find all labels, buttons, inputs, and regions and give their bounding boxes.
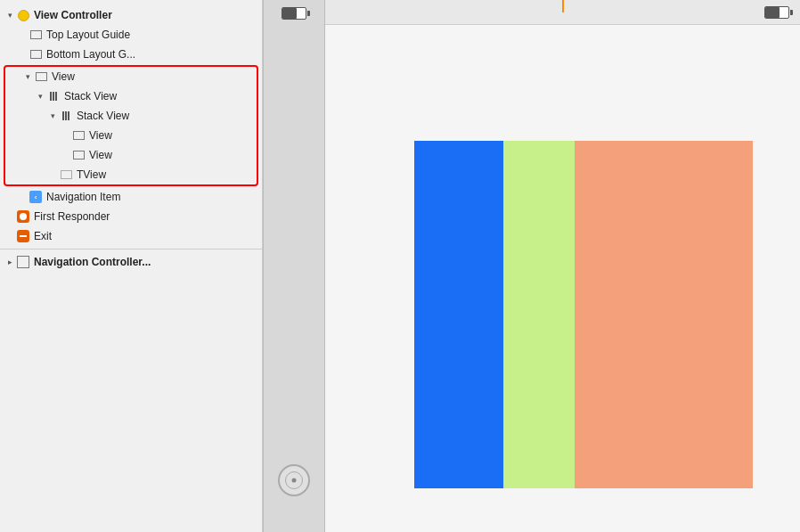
disclosure-nav-controller[interactable] xyxy=(4,256,16,268)
battery-icon-right xyxy=(764,6,789,19)
tree-item-view-child-1[interactable]: View xyxy=(5,126,257,145)
label-view-controller: View Controller xyxy=(34,9,112,21)
exit-icon xyxy=(16,229,30,243)
outline-panel[interactable]: View Controller Top Layout Guide Bottom … xyxy=(0,0,263,532)
view-rect-icon-c2 xyxy=(71,148,86,162)
view-rect-icon xyxy=(29,28,43,42)
label-stack-view-2: Stack View xyxy=(77,110,129,122)
view-rect-icon-3 xyxy=(34,70,48,84)
tree-item-view[interactable]: View xyxy=(5,67,257,86)
tree-item-navigation-item[interactable]: ‹ Navigation Item xyxy=(0,187,262,207)
tview-rect-icon xyxy=(59,168,73,182)
disclosure-view[interactable] xyxy=(21,70,34,83)
tree-item-exit[interactable]: Exit xyxy=(0,226,262,246)
label-nav-controller: Navigation Controller... xyxy=(34,256,151,268)
label-exit: Exit xyxy=(34,230,52,242)
separator xyxy=(0,249,262,250)
battery-icon-top xyxy=(282,7,306,20)
stack-h-icon-2 xyxy=(59,109,73,123)
connect-icon[interactable] xyxy=(278,464,310,496)
first-responder-icon xyxy=(16,209,30,224)
label-top-layout-guide: Top Layout Guide xyxy=(46,29,130,41)
disclosure-stack-1[interactable] xyxy=(34,90,46,102)
label-navigation-item: Navigation Item xyxy=(46,191,120,203)
tree-item-top-layout-guide[interactable]: Top Layout Guide xyxy=(0,25,262,45)
tree-item-first-responder[interactable]: First Responder xyxy=(0,207,262,226)
tree-item-stack-view-1[interactable]: Stack View xyxy=(5,86,257,106)
view-rect-icon-2 xyxy=(29,47,43,61)
label-view: View xyxy=(52,70,75,83)
tree-item-view-child-2[interactable]: View xyxy=(5,145,257,165)
yellow-circle-icon xyxy=(16,8,30,22)
highlighted-group: View Stack View Stack View View xyxy=(4,65,258,186)
disclosure-stack-2[interactable] xyxy=(46,110,59,122)
canvas-panel xyxy=(325,0,800,532)
label-bottom-layout: Bottom Layout G... xyxy=(46,48,135,61)
nav-item-icon: ‹ xyxy=(29,190,43,204)
canvas-area[interactable] xyxy=(325,25,800,532)
label-first-responder: First Responder xyxy=(34,210,110,223)
label-view-child-1: View xyxy=(89,129,112,142)
tree-item-view-controller[interactable]: View Controller xyxy=(0,5,262,25)
label-tview: TView xyxy=(77,168,106,181)
tree-item-stack-view-2[interactable]: Stack View xyxy=(5,106,257,126)
nav-controller-icon xyxy=(16,255,30,269)
green-column xyxy=(503,141,575,488)
label-stack-view-1: Stack View xyxy=(64,90,117,102)
tree-item-tview[interactable]: TView xyxy=(5,165,257,184)
view-rect-icon-c1 xyxy=(71,128,86,143)
stack-view-preview xyxy=(414,141,753,488)
orange-indicator-line xyxy=(562,0,564,12)
label-view-child-2: View xyxy=(89,149,112,161)
disclosure-view-controller[interactable] xyxy=(4,9,16,21)
salmon-column xyxy=(575,141,753,488)
tree-item-bottom-layout[interactable]: Bottom Layout G... xyxy=(0,45,262,64)
middle-divider xyxy=(263,0,325,532)
tree-item-nav-controller[interactable]: Navigation Controller... xyxy=(0,252,262,272)
blue-column xyxy=(414,141,503,488)
stack-h-icon-1 xyxy=(46,89,61,103)
